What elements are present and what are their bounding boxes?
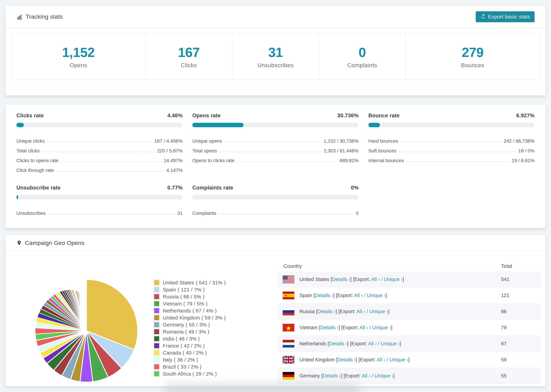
detail-row: Unique opens1,152 / 30.736% — [192, 134, 359, 144]
detail-row: Complaints0 — [192, 206, 359, 216]
dotted-leader — [224, 142, 322, 142]
rate-progress-fill — [368, 123, 380, 127]
legend-swatch — [154, 329, 160, 335]
export-all-link[interactable]: All › — [360, 325, 368, 330]
legend-item-canada: Canada ( 40 / 2% ) — [154, 349, 226, 356]
stat-value: 167 — [178, 45, 200, 60]
export-unique-link[interactable]: Unique › — [369, 309, 388, 314]
country-cell: Germany [Details ›] [Export: All › / Uni… — [278, 372, 501, 380]
bracket: ] — [341, 373, 342, 378]
export-all-link[interactable]: All › — [371, 277, 380, 282]
details-link[interactable]: Details › — [338, 357, 356, 362]
link-separator: / — [377, 341, 381, 346]
rates-grid: Clicks rate4.46%Unique clicks167 / 4.456… — [6, 105, 545, 216]
export-basic-stats-button[interactable]: Export basic stats — [476, 11, 535, 22]
export-prefix: [Export: — [353, 277, 370, 282]
country-cell: Russia [Details ›] [Export: All › / Uniq… — [278, 308, 501, 315]
detail-label: Soft bounces — [368, 148, 396, 154]
geo-opens-table: Country Total United States [Details ›] … — [278, 261, 540, 384]
legend-item-russia: Russia ( 86 / 5% ) — [154, 293, 226, 300]
us-flag-icon — [283, 275, 294, 283]
export-unique-link[interactable]: Unique › — [374, 373, 393, 378]
country-cell: United States [Details ›] [Export: All ›… — [278, 275, 501, 283]
detail-row: Hard bounces242 / 86.738% — [368, 134, 535, 144]
legend-swatch — [154, 322, 160, 328]
country-name: Russia — [299, 309, 315, 314]
rate-value: 30.736% — [337, 112, 359, 119]
geo-table-row-united-kingdom: United Kingdom [Details ›] [Export: All … — [278, 352, 540, 368]
legend-swatch — [154, 294, 160, 300]
detail-value: 31 — [177, 211, 183, 216]
legend-label: United Kingdom ( 59 / 3% ) — [163, 315, 226, 321]
legend-item-italy: Italy ( 36 / 2% ) — [154, 356, 226, 363]
country-name: Germany — [299, 373, 320, 378]
geo-content: United States ( 541 / 31% )Spain ( 121 /… — [6, 251, 545, 386]
detail-row: Unsubscribes31 — [16, 206, 183, 216]
export-unique-link[interactable]: Unique › — [384, 277, 403, 282]
export-all-link[interactable]: All › — [354, 293, 363, 298]
details-link[interactable]: Details › — [318, 309, 336, 314]
export-unique-link[interactable]: Unique › — [389, 357, 408, 362]
rate-progress-fill — [192, 123, 243, 127]
bracket: ] — [403, 277, 404, 282]
rate-progress-fill — [16, 195, 18, 199]
detail-label: Unsubscribes — [16, 211, 46, 216]
export-unique-link[interactable]: Unique › — [367, 293, 386, 298]
details-link[interactable]: Details › — [323, 373, 341, 378]
stat-label: Bounces — [461, 62, 484, 69]
stat-value: 1,152 — [62, 45, 95, 60]
export-unique-link[interactable]: Unique › — [381, 341, 400, 346]
rate-value: 6.927% — [516, 112, 535, 119]
legend-swatch — [154, 364, 160, 370]
detail-row: Total opens2,303 / 61.446% — [192, 144, 359, 154]
link-separator: / — [385, 357, 389, 362]
legend-item-united-kingdom: United Kingdom ( 59 / 3% ) — [154, 314, 226, 321]
detail-value: 242 / 86.738% — [504, 139, 535, 144]
stat-label: Opens — [70, 62, 87, 69]
ru-flag-icon — [283, 308, 294, 315]
legend-item-germany: Germany ( 55 / 3% ) — [154, 321, 226, 328]
detail-row: Click through rate4.147% — [16, 163, 183, 173]
export-prefix: [Export: — [341, 325, 358, 330]
legend-label: Spain ( 121 / 7% ) — [163, 287, 205, 293]
detail-row: Soft bounces18 / 0% — [368, 144, 535, 154]
geo-card-header: Campaign Geo Opens — [6, 235, 545, 251]
dotted-leader — [47, 142, 152, 142]
link-separator: / — [365, 309, 369, 314]
export-all-link[interactable]: All › — [368, 341, 377, 346]
detail-label: Opens to clicks rate — [192, 158, 234, 163]
export-unique-link[interactable]: Unique › — [372, 325, 391, 330]
total-cell: 86 — [501, 309, 540, 314]
export-all-link[interactable]: All › — [357, 309, 365, 314]
stat-box-complaints: 0Complaints — [319, 34, 405, 79]
rate-progress-bar — [16, 195, 183, 199]
bracket: ] — [333, 293, 335, 298]
detail-value: 1,152 / 30.736% — [324, 139, 359, 144]
stat-label: Complaints — [347, 62, 377, 69]
export-all-link[interactable]: All › — [377, 357, 385, 362]
stat-value: 31 — [268, 45, 283, 60]
rate-progress-bar — [368, 123, 535, 127]
rate-value: 4.46% — [167, 112, 183, 119]
details-link[interactable]: Details › — [332, 277, 350, 282]
bracket: ] — [350, 277, 352, 282]
rate-title: Opens rate — [192, 112, 221, 119]
geo-table-row-spain: Spain [Details ›] [Export: All › / Uniqu… — [278, 287, 540, 304]
rate-value: 0% — [351, 185, 359, 191]
stat-summary-row: 1,152Opens167Clicks31Unsubscribes0Compla… — [11, 33, 540, 80]
details-link[interactable]: Details › — [329, 341, 347, 346]
detail-value: 2,303 / 61.446% — [324, 148, 359, 154]
details-link[interactable]: Details › — [320, 325, 339, 330]
rate-progress-fill — [16, 123, 24, 127]
stat-box-clicks: 167Clicks — [145, 34, 232, 79]
campaign-geo-opens-card: Campaign Geo Opens United States ( 541 /… — [6, 235, 545, 386]
export-prefix: [Export: — [344, 373, 361, 378]
rate-title: Complaints rate — [192, 185, 233, 191]
rate-title: Bounce rate — [368, 112, 400, 119]
link-separator: / — [363, 293, 367, 298]
export-all-link[interactable]: All › — [362, 373, 370, 378]
total-cell: 121 — [501, 293, 540, 298]
rate-section-bounce-rate: Bounce rate6.927%Hard bounces242 / 86.73… — [368, 112, 535, 173]
details-link[interactable]: Details › — [315, 293, 333, 298]
rate-section-opens-rate: Opens rate30.736%Unique opens1,152 / 30.… — [192, 112, 359, 173]
